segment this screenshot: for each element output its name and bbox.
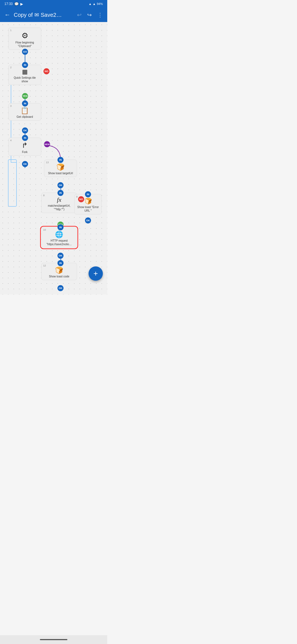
badge-in-9: IN [85,191,91,197]
add-fab-button[interactable]: + [89,266,103,281]
status-bar: 17:33 💬 ▶ ▲ ▲ 94% [0,0,107,8]
status-icons: ▲ ▲ 94% [89,2,103,6]
badge-ok-12: OK [57,285,64,291]
badge-no-2: NO [43,68,50,74]
badge-no-8: NO [78,196,84,202]
badge-ok-4: OK [22,161,28,167]
app-title: Copy of ✉ Save2… [14,12,75,18]
battery-display: 94% [97,2,103,6]
badge-in-3: IN [22,100,28,107]
wechat-icon: 💬 [14,2,19,6]
svg-rect-3 [8,160,16,206]
badge-in-4: IN [22,135,28,141]
badge-new-4: NEW [44,141,50,147]
badge-in-2: IN [22,62,28,68]
signal-icon: ▲ [93,2,96,6]
time-display: 17:33 [4,2,13,6]
node-http-request[interactable]: 10 🌐 HTTP request"https://save2notio… [41,227,77,248]
connector-lines [0,22,107,294]
youtube-icon: ▶ [20,2,23,6]
redo-button[interactable]: ↪ [85,9,94,20]
badge-ok-9: OK [85,217,91,223]
undo-button[interactable]: ↩ [75,9,84,20]
badge-in-10: IN [57,224,64,230]
status-time: 17:33 💬 ▶ [4,2,23,6]
node-flow-beginning[interactable]: 1 ⚙ Flow beginning"Clipboard" [8,28,41,50]
more-button[interactable]: ⋮ [95,9,105,20]
badge-ok-10: OK [57,253,64,259]
badge-in-8: IN [57,190,64,196]
email-icon: ✉ [34,12,39,18]
badge-ok-3: OK [22,127,28,133]
badge-in-13: IN [57,157,64,163]
badge-ok-13: OK [57,182,64,188]
app-bar: ← Copy of ✉ Save2… ↩ ↪ ⋮ [0,8,107,22]
badge-in-12: IN [57,260,64,266]
back-button[interactable]: ← [2,9,13,21]
wifi-icon: ▲ [89,2,92,6]
app-bar-actions: ↩ ↪ ⋮ [75,9,105,20]
flow-canvas[interactable]: 1 ⚙ Flow beginning"Clipboard" GO 2 ▦ Qui… [0,22,107,294]
badge-yes-2: YES [22,93,28,99]
badge-go-1: GO [22,49,28,55]
